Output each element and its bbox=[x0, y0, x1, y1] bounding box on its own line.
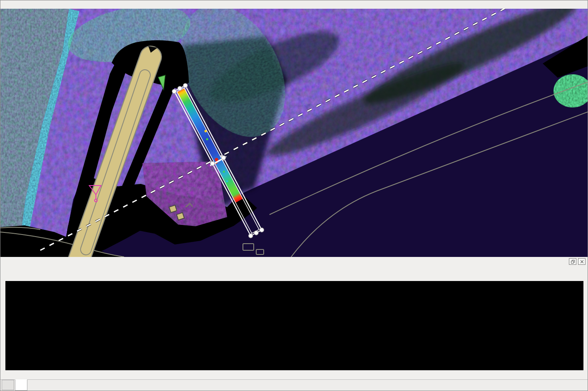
float-icon bbox=[571, 259, 575, 264]
float-panel-button[interactable] bbox=[569, 258, 576, 265]
map-canvas[interactable] bbox=[0, 9, 588, 257]
close-icon bbox=[580, 259, 584, 264]
slice-profile-plot[interactable] bbox=[5, 281, 583, 370]
application-window bbox=[0, 0, 588, 391]
tab-slice-editor[interactable] bbox=[15, 379, 27, 391]
map-view[interactable] bbox=[0, 9, 588, 257]
panel-window-buttons bbox=[569, 258, 586, 265]
slice-profile-panel[interactable] bbox=[5, 281, 583, 370]
close-panel-button[interactable] bbox=[578, 258, 586, 265]
tab-geo-picking[interactable] bbox=[2, 380, 14, 390]
bottom-tab-bar bbox=[0, 379, 588, 391]
map-window-title bbox=[0, 0, 588, 9]
